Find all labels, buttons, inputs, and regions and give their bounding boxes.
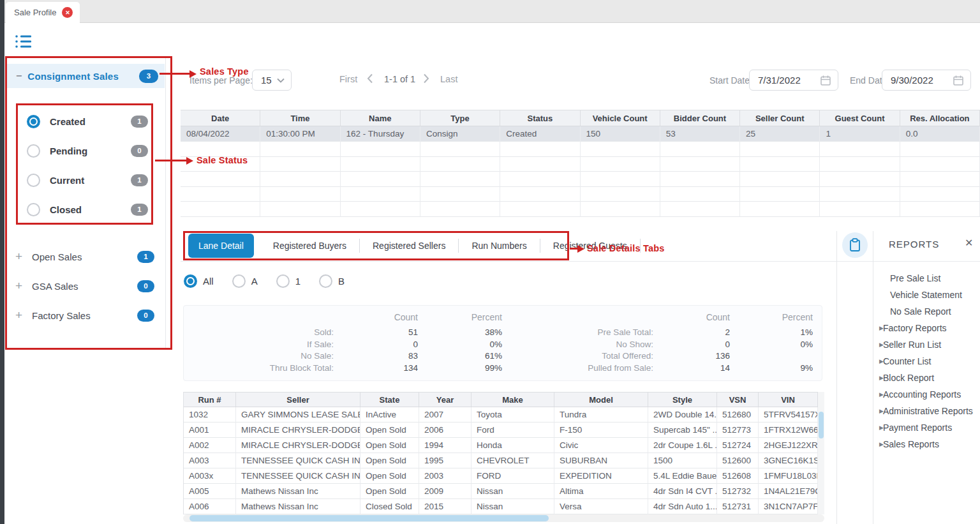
report-item-payment-reports[interactable]: ▶Payment Reports bbox=[873, 419, 980, 436]
vehicle-row[interactable]: 1032GARY SIMMONS LEASE SALES ...InActive… bbox=[184, 407, 818, 423]
radio-icon[interactable] bbox=[27, 144, 40, 158]
calendar-icon bbox=[953, 75, 964, 86]
cell bbox=[420, 142, 500, 157]
count-badge: 1 bbox=[137, 251, 154, 263]
lane-filter-b[interactable]: B bbox=[319, 274, 345, 288]
expand-arrow-icon[interactable]: ▶ bbox=[873, 375, 883, 381]
pagination-next-icon[interactable] bbox=[423, 73, 429, 86]
report-item-counter-list[interactable]: ▶Counter List bbox=[873, 353, 980, 370]
start-date-input[interactable]: 7/31/2022 bbox=[749, 70, 838, 91]
pagination-last[interactable]: Last bbox=[440, 74, 457, 84]
radio-icon[interactable] bbox=[27, 115, 40, 128]
expand-icon[interactable]: + bbox=[15, 279, 27, 293]
report-item-pre-sale-list[interactable]: Pre Sale List bbox=[873, 270, 980, 287]
sale-status-option-created[interactable]: Created1 bbox=[4, 107, 165, 136]
report-label: Accounting Reports bbox=[883, 389, 961, 400]
tab-sale-profile[interactable]: Sale Profile ✕ bbox=[6, 2, 80, 23]
cell: 512731 bbox=[717, 499, 759, 514]
cell bbox=[581, 202, 660, 217]
report-item-seller-run-list[interactable]: ▶Seller Run List bbox=[873, 336, 980, 353]
report-item-administrative-reports[interactable]: ▶Administrative Reports bbox=[873, 403, 980, 419]
sidebar-item-consignment-sales[interactable]: − Consignment Sales 3 bbox=[6, 64, 165, 88]
vehicle-row[interactable]: A003TENNESSEE QUICK CASH INCOpen Sold199… bbox=[184, 453, 818, 468]
cell bbox=[420, 157, 500, 172]
cell: 08/04/2022 bbox=[181, 126, 260, 142]
cell: 1500 bbox=[648, 453, 717, 468]
report-item-accounting-reports[interactable]: ▶Accounting Reports bbox=[873, 386, 980, 403]
sidebar-item-gsa-sales[interactable]: +GSA Sales0 bbox=[4, 271, 165, 301]
lane-filter-a[interactable]: A bbox=[232, 274, 258, 288]
horizontal-scrollbar-thumb[interactable] bbox=[189, 515, 549, 521]
count-header: Count bbox=[334, 312, 418, 327]
cell bbox=[181, 202, 260, 217]
cell bbox=[420, 187, 500, 202]
radio-icon[interactable] bbox=[27, 203, 40, 216]
cell: 1FMFU18L03L bbox=[759, 468, 818, 484]
cell: 1032 bbox=[184, 407, 236, 423]
expand-arrow-icon[interactable]: ▶ bbox=[873, 325, 883, 331]
sale-status-option-pending[interactable]: Pending0 bbox=[4, 136, 165, 165]
stat-count: 14 bbox=[653, 363, 730, 375]
radio-icon[interactable] bbox=[27, 174, 40, 187]
reports-list: Pre Sale ListVehicle StatementNo Sale Re… bbox=[873, 270, 980, 453]
radio-icon[interactable] bbox=[319, 274, 332, 288]
cell bbox=[900, 142, 980, 157]
expand-arrow-icon[interactable]: ▶ bbox=[873, 358, 883, 364]
cell: 2dr Coupe 1.6L ... bbox=[648, 438, 717, 453]
report-item-no-sale-report[interactable]: No Sale Report bbox=[873, 303, 980, 320]
cell: 2003 bbox=[419, 468, 471, 484]
close-reports-icon[interactable]: ✕ bbox=[965, 237, 973, 249]
tab-registered-guests[interactable]: Registered Guests bbox=[540, 241, 640, 251]
lane-filter-1[interactable]: 1 bbox=[276, 274, 301, 288]
cell: A002 bbox=[184, 438, 236, 453]
cell: 2009 bbox=[419, 484, 471, 499]
sale-status-option-current[interactable]: Current1 bbox=[4, 165, 165, 195]
sidebar-item-factory-sales[interactable]: +Factory Sales0 bbox=[4, 301, 165, 330]
table-row[interactable]: 08/04/202201:30:00 PM162 - ThursdayConsi… bbox=[181, 126, 980, 142]
vehicle-row[interactable]: A003xTENNESSEE QUICK CASH INCOpen Sold20… bbox=[184, 468, 818, 484]
tab-registered-buyers[interactable]: Registered Buyers bbox=[260, 241, 359, 251]
cell bbox=[660, 142, 740, 157]
tab-registered-sellers[interactable]: Registered Sellers bbox=[360, 241, 458, 251]
radio-icon[interactable] bbox=[184, 274, 197, 288]
report-item-block-report[interactable]: ▶Block Report bbox=[873, 370, 980, 386]
calendar-icon bbox=[820, 75, 831, 86]
expand-icon[interactable]: + bbox=[15, 250, 27, 264]
expand-icon[interactable]: + bbox=[15, 308, 27, 322]
sidebar-item-open-sales[interactable]: +Open Sales1 bbox=[4, 242, 165, 271]
radio-icon[interactable] bbox=[232, 274, 246, 288]
items-per-page-select[interactable]: 15 bbox=[252, 70, 292, 91]
lane-filter-all[interactable]: All bbox=[184, 274, 214, 288]
radio-icon[interactable] bbox=[276, 274, 290, 288]
pagination-first[interactable]: First bbox=[339, 74, 357, 84]
reports-clipboard-button[interactable] bbox=[842, 232, 868, 258]
column-header: Type bbox=[420, 110, 500, 126]
expand-arrow-icon[interactable]: ▶ bbox=[873, 391, 883, 398]
stats-spacer bbox=[192, 312, 334, 327]
expand-arrow-icon[interactable]: ▶ bbox=[873, 341, 883, 348]
menu-icon[interactable] bbox=[15, 34, 33, 49]
vehicle-row[interactable]: A006Mathews Nissan IncClosed Sold2015Nis… bbox=[184, 499, 818, 514]
vertical-scrollbar-thumb[interactable] bbox=[819, 412, 824, 438]
vertical-scrollbar[interactable] bbox=[818, 392, 824, 514]
vehicle-row[interactable]: A002MIRACLE CHRYSLER-DODGE-J...Open Sold… bbox=[184, 438, 818, 453]
expand-arrow-icon[interactable]: ▶ bbox=[873, 424, 883, 431]
cell: 5TFRV54157X bbox=[759, 407, 818, 423]
end-date-input[interactable]: 9/30/2022 bbox=[882, 70, 971, 91]
report-item-sales-reports[interactable]: ▶Sales Reports bbox=[873, 436, 980, 453]
report-item-factory-reports[interactable]: ▶Factory Reports bbox=[873, 320, 980, 336]
tab-lane-detail[interactable]: Lane Detail bbox=[188, 234, 254, 258]
cell bbox=[660, 172, 740, 187]
report-item-vehicle-statement[interactable]: Vehicle Statement bbox=[873, 287, 980, 303]
vehicle-row[interactable]: A001MIRACLE CHRYSLER-DODGE-J...Open Sold… bbox=[184, 423, 818, 438]
sale-status-option-closed[interactable]: Closed1 bbox=[4, 195, 165, 224]
tab-run-numbers[interactable]: Run Numbers bbox=[459, 241, 539, 251]
stat-percent: 99% bbox=[418, 363, 502, 375]
expand-arrow-icon[interactable]: ▶ bbox=[873, 408, 883, 414]
vehicle-row[interactable]: A005Mathews Nissan IncOpen Sold2009Nissa… bbox=[184, 484, 818, 499]
pagination-prev-icon[interactable] bbox=[367, 73, 373, 86]
tab-close-icon[interactable]: ✕ bbox=[62, 7, 73, 18]
collapse-icon[interactable]: − bbox=[16, 70, 22, 82]
expand-arrow-icon[interactable]: ▶ bbox=[873, 441, 883, 447]
stat-percent: 9% bbox=[730, 363, 813, 375]
